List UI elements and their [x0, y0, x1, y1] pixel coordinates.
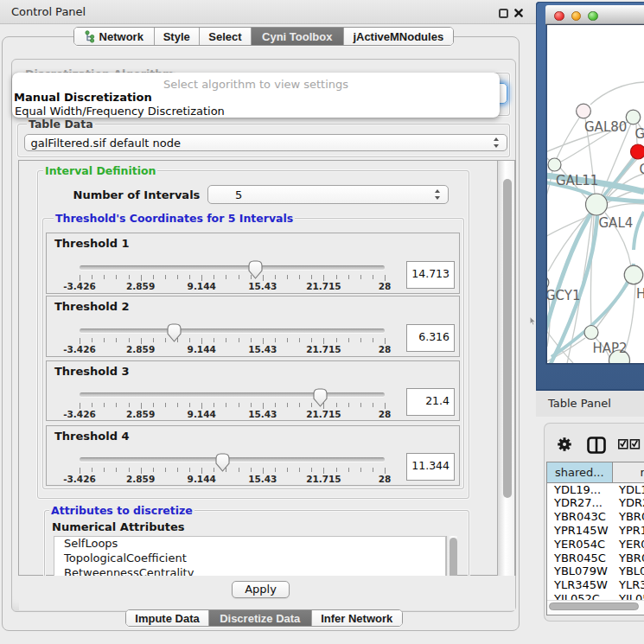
cell-shared-name: YBL079W — [554, 564, 608, 578]
tab-jactivemnodules[interactable]: jActiveMNodules — [344, 28, 454, 45]
node-hap2[interactable] — [584, 326, 598, 340]
close-icon[interactable] — [514, 9, 523, 17]
tab-network[interactable]: Network — [74, 28, 155, 45]
numerical-attributes-list[interactable]: SelfLoopsTopologicalCoefficientBetweenne… — [54, 536, 446, 576]
tab-infer-network[interactable]: Infer Network — [312, 610, 403, 626]
attributes-list-scrollbar[interactable] — [446, 536, 457, 576]
node-gal11[interactable] — [548, 158, 561, 171]
slider-minor-tick — [92, 338, 92, 342]
table-row[interactable]: YLR345WYLR34 — [547, 578, 644, 592]
select-columns-icon[interactable] — [618, 439, 641, 450]
table-row[interactable]: YBR043CYBR04 — [547, 510, 644, 524]
attribute-list-item[interactable]: TopologicalCoefficient — [54, 552, 445, 566]
slider-minor-tick — [299, 338, 300, 342]
slider-major-tick — [385, 468, 386, 474]
slider-major-tick — [323, 275, 324, 281]
cell-shared-name: YDR27... — [554, 496, 603, 510]
slider-thumb[interactable] — [248, 260, 263, 279]
number-of-intervals-value: 5 — [235, 188, 242, 201]
slider-track[interactable] — [80, 457, 385, 462]
cell-name: YBR04 — [619, 552, 644, 565]
apply-button[interactable]: Apply — [232, 581, 290, 598]
threshold-value-field[interactable]: 11.344 — [406, 453, 455, 481]
close-traffic-light-icon[interactable] — [554, 11, 564, 22]
slider-minor-tick — [189, 468, 190, 472]
slider-minor-tick — [299, 403, 300, 407]
cell-shared-name: YPR145W — [554, 524, 608, 538]
tab-select[interactable]: Select — [200, 28, 252, 45]
network-canvas[interactable]: GAL80GACGAL11GAL4GCY1HHAP2 — [547, 25, 644, 363]
minimize-traffic-light-icon[interactable] — [571, 11, 582, 22]
node-h[interactable] — [624, 265, 643, 284]
table-row[interactable]: YER054CYER05 — [547, 538, 644, 552]
popup-item-manual-discretization[interactable]: Manual Discretization — [14, 91, 152, 104]
slider-tick-label: 21.715 — [306, 344, 341, 354]
table-horizontal-scrollbar[interactable] — [547, 600, 644, 615]
tab-cyni-toolbox[interactable]: Cyni Toolbox — [252, 28, 344, 45]
tab-label: Discretize Data — [220, 612, 300, 625]
slider-thumb[interactable] — [215, 453, 230, 472]
slider-thumb[interactable] — [167, 323, 182, 342]
slider-minor-tick — [129, 338, 130, 342]
slider-minor-tick — [311, 275, 312, 279]
popup-hint-item[interactable]: Select algorithm to view settings — [12, 78, 500, 91]
zoom-traffic-light-icon[interactable] — [588, 11, 598, 22]
threshold-value-field[interactable]: 14.713 — [406, 261, 455, 289]
table-horizontal-scrollbar-thumb[interactable] — [549, 603, 639, 610]
node-gal4[interactable] — [586, 194, 608, 215]
network-edge — [604, 159, 637, 200]
node-gal80r[interactable] — [626, 110, 641, 124]
slider-minor-tick — [177, 468, 178, 472]
float-window-icon[interactable] — [499, 9, 508, 18]
table-row[interactable]: YDL19...YDL19 — [547, 483, 644, 497]
settings-scrollbar[interactable] — [497, 161, 515, 576]
slider-major-tick — [80, 275, 80, 281]
slider-minor-tick — [373, 468, 373, 472]
slider-track[interactable] — [80, 392, 385, 397]
control-panel-title: Control Panel — [11, 5, 86, 18]
slider-major-tick — [323, 468, 324, 474]
tab-impute-data[interactable]: Impute Data — [126, 610, 209, 626]
column-header-shared-name[interactable]: shared... — [547, 462, 613, 483]
settings-scrollbar-thumb[interactable] — [503, 179, 512, 498]
slider-minor-tick — [153, 275, 154, 279]
table-row[interactable]: YPR145WYPR14 — [547, 524, 644, 538]
table-row[interactable]: YBR045CYBR04 — [547, 552, 644, 565]
network-edge — [590, 215, 594, 325]
slider-tick-label: 28 — [379, 281, 392, 291]
table-row[interactable]: YDR27...YDR27 — [547, 496, 644, 510]
network-edge — [547, 152, 550, 161]
slider-major-tick — [385, 403, 386, 409]
slider-tick-label: 15.43 — [248, 409, 277, 419]
column-header-name[interactable]: na — [613, 462, 644, 483]
tab-discretize-data[interactable]: Discretize Data — [209, 610, 312, 626]
slider-minor-tick — [92, 275, 92, 279]
attribute-list-item[interactable]: SelfLoops — [54, 537, 445, 552]
slider-minor-tick — [348, 275, 349, 279]
slider-minor-tick — [153, 338, 154, 342]
slider-thumb[interactable] — [313, 388, 328, 407]
tab-style[interactable]: Style — [155, 28, 201, 45]
table-row[interactable]: YBL079WYBL07 — [547, 564, 644, 578]
attribute-list-item[interactable]: BetweennessCentrality — [54, 566, 445, 576]
tab-label: Infer Network — [321, 612, 392, 625]
control-panel-tabs: NetworkStyleSelectCyni ToolboxjActiveMNo… — [73, 27, 454, 46]
number-of-intervals-select[interactable]: 5 — [207, 185, 449, 204]
threshold-value-field[interactable]: 21.4 — [406, 388, 455, 416]
node-pink[interactable] — [577, 104, 591, 118]
threshold-label: Threshold 2 — [54, 300, 130, 313]
slider-track[interactable] — [80, 328, 385, 333]
gear-icon[interactable] — [557, 437, 572, 452]
slider-minor-tick — [275, 275, 276, 279]
slider-tick-label: 2.859 — [126, 409, 155, 419]
cell-shared-name: YLR345W — [554, 578, 608, 592]
slider-minor-tick — [336, 338, 337, 342]
threshold-value-field[interactable]: 6.316 — [406, 324, 455, 352]
popup-item-equal-width[interactable]: Equal Width/Frequency Discretization — [15, 105, 225, 118]
slider-track[interactable] — [80, 265, 385, 270]
slider-minor-tick — [104, 468, 105, 472]
show-columns-icon[interactable] — [587, 437, 606, 454]
node-red[interactable] — [631, 144, 644, 159]
table-data-select[interactable]: galFiltered.sif default node — [24, 134, 507, 152]
tab-label: Cyni Toolbox — [262, 30, 332, 43]
